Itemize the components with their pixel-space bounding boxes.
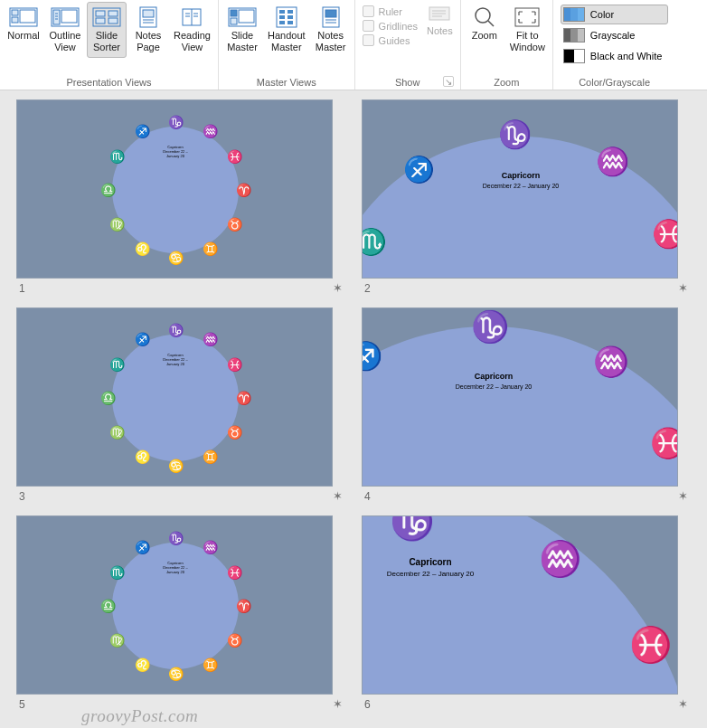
svg-rect-11 [96, 11, 105, 16]
slide-wrap: CapricornDecember 22 – January 20♑♒♓♈♉♊♋… [16, 99, 345, 295]
slide-meta: 1✶ [16, 279, 345, 295]
svg-rect-16 [143, 10, 154, 17]
slide-sorter-pane[interactable]: CapricornDecember 22 – January 20♑♒♓♈♉♊♋… [0, 90, 707, 720]
group-label-presentation-views: Presentation Views [4, 73, 214, 90]
slide-master-button[interactable]: Slide Master [222, 2, 262, 58]
svg-rect-32 [279, 15, 285, 19]
normal-icon [9, 6, 38, 28]
svg-rect-13 [96, 18, 105, 24]
slide-thumbnail[interactable]: CapricornDecember 22 – January 20♑♒♓♐♏ [362, 99, 678, 279]
zoom-icon [470, 6, 499, 28]
svg-rect-31 [288, 10, 293, 14]
slide-sorter-icon [92, 6, 121, 28]
slide-wrap: CapricornDecember 22 – January 20♑♒♓♈♉♊♋… [16, 307, 345, 503]
slide-number: 6 [364, 698, 371, 711]
reading-view-icon [177, 6, 206, 28]
svg-line-45 [488, 21, 494, 26]
reading-view-button[interactable]: Reading View [170, 2, 214, 58]
notes-page-button[interactable]: Notes Page [128, 2, 168, 58]
svg-rect-37 [325, 10, 336, 17]
slide-number: 2 [364, 282, 371, 295]
reading-view-label: Reading View [174, 30, 211, 53]
notes-master-icon [316, 6, 345, 28]
notes-master-label: Notes Master [316, 30, 346, 53]
slide-wrap: CapricornDecember 22 – January 20♑♒♓6✶ [362, 515, 691, 711]
animation-star-icon[interactable]: ✶ [333, 489, 343, 503]
slide-wrap: CapricornDecember 22 – January 20♑♒♓♐4✶ [362, 307, 691, 503]
svg-rect-35 [288, 21, 293, 24]
color-swatch-icon [563, 7, 585, 22]
animation-star-icon[interactable]: ✶ [678, 281, 688, 295]
notes-page-icon [134, 6, 163, 28]
svg-rect-14 [108, 18, 118, 24]
animation-star-icon[interactable]: ✶ [678, 697, 688, 711]
slide-meta: 6✶ [362, 695, 691, 711]
group-label-master-views: Master Views [222, 73, 351, 90]
black-white-button[interactable]: Black and White [561, 46, 668, 66]
fit-to-window-icon [513, 6, 542, 28]
show-dialog-launcher-icon[interactable]: ↘ [443, 76, 454, 87]
zoom-button[interactable]: Zoom [465, 2, 504, 46]
slide-thumbnail[interactable]: CapricornDecember 22 – January 20♑♒♓ [362, 515, 678, 695]
outline-view-button[interactable]: Outline View [45, 2, 85, 58]
notes-icon [428, 5, 451, 25]
group-presentation-views: Normal Outline View Slide Sorter Notes P… [0, 0, 219, 90]
svg-rect-30 [279, 10, 285, 14]
slide-thumbnail[interactable]: CapricornDecember 22 – January 20♑♒♓♈♉♊♋… [16, 515, 333, 695]
guides-checkbox: Guides [363, 34, 418, 46]
svg-rect-27 [231, 18, 237, 24]
fit-to-window-button[interactable]: Fit to Window [506, 2, 549, 58]
group-label-color-grayscale: Color/Grayscale [557, 73, 672, 90]
svg-rect-2 [12, 17, 18, 23]
slide-thumbnail[interactable]: CapricornDecember 22 – January 20♑♒♓♐ [362, 307, 678, 487]
group-zoom: Zoom Fit to Window Zoom [461, 0, 553, 90]
svg-rect-5 [53, 10, 60, 24]
group-color-grayscale: Color Grayscale Black and White Color/Gr… [553, 0, 675, 90]
handout-master-label: Handout Master [268, 30, 306, 53]
slide-thumbnail[interactable]: CapricornDecember 22 – January 20♑♒♓♈♉♊♋… [16, 307, 333, 487]
outline-view-icon [51, 6, 80, 28]
bw-swatch-icon [563, 49, 585, 63]
slide-thumbnail[interactable]: CapricornDecember 22 – January 20♑♒♓♈♉♊♋… [16, 99, 333, 279]
grayscale-button[interactable]: Grayscale [561, 25, 668, 45]
slide-wrap: CapricornDecember 22 – January 20♑♒♓♐♏2✶ [362, 99, 691, 295]
svg-point-44 [476, 8, 490, 23]
group-label-show: Show↘ [359, 73, 457, 90]
gridlines-checkbox: Gridlines [363, 20, 418, 32]
checkbox-icon [363, 34, 374, 46]
checkbox-icon [363, 5, 374, 17]
ribbon: Normal Outline View Slide Sorter Notes P… [0, 0, 707, 90]
normal-label: Normal [7, 30, 39, 42]
svg-rect-28 [239, 10, 254, 23]
outline-view-label: Outline View [50, 30, 81, 53]
handout-master-icon [272, 6, 301, 28]
svg-rect-34 [279, 21, 285, 24]
grayscale-swatch-icon [563, 28, 585, 43]
slide-number: 4 [364, 490, 371, 503]
animation-star-icon[interactable]: ✶ [678, 489, 688, 503]
slide-sorter-button[interactable]: Slide Sorter [87, 2, 127, 58]
color-button[interactable]: Color [561, 5, 668, 24]
svg-rect-3 [20, 10, 35, 23]
handout-master-button[interactable]: Handout Master [264, 2, 309, 58]
zoom-label: Zoom [472, 30, 497, 42]
group-master-views: Slide Master Handout Master Notes Master… [219, 0, 355, 90]
slide-master-icon [228, 6, 257, 28]
ruler-checkbox: Ruler [363, 5, 418, 17]
svg-rect-12 [108, 11, 118, 16]
svg-rect-33 [288, 15, 293, 19]
animation-star-icon[interactable]: ✶ [333, 281, 343, 295]
normal-button[interactable]: Normal [4, 2, 43, 46]
slide-master-label: Slide Master [227, 30, 258, 53]
notes-button: Notes [423, 2, 457, 40]
animation-star-icon[interactable]: ✶ [333, 697, 343, 711]
notes-master-button[interactable]: Notes Master [311, 2, 351, 58]
svg-rect-46 [515, 8, 539, 26]
slide-number: 1 [19, 282, 25, 295]
slide-meta: 5✶ [16, 695, 345, 711]
svg-rect-9 [61, 10, 77, 23]
svg-rect-1 [12, 10, 18, 15]
group-show: Ruler Gridlines Guides Notes Show↘ [355, 0, 461, 90]
group-label-zoom: Zoom [465, 73, 549, 90]
slide-meta: 3✶ [16, 487, 345, 503]
